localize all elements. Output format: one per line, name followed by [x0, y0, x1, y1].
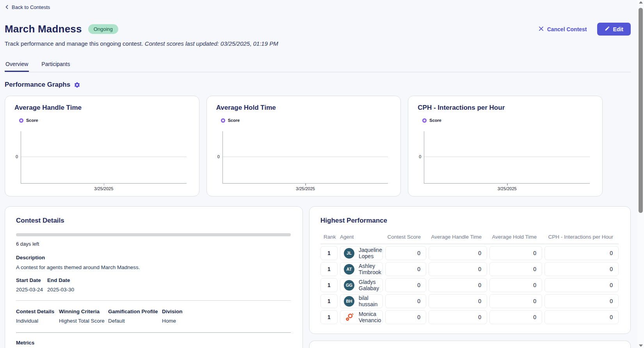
average-handle-time-cell: 0 — [429, 294, 487, 308]
cph-cell: 0 — [544, 246, 619, 260]
performance-graphs-title: Performance Graphs — [5, 81, 70, 89]
average-hold-time-cell: 0 — [489, 310, 542, 324]
legend-circle-icon — [422, 118, 427, 123]
next-section-card-partial — [309, 341, 631, 348]
agent-name: bilal hussain — [359, 295, 382, 307]
right-column: Highest Performance Rank Agent Contest S… — [309, 206, 631, 348]
chart-plot-area: 0 3/25/2025 — [424, 131, 590, 184]
edit-label: Edit — [613, 26, 623, 32]
field-value-winning-criteria: Highest Total Score — [59, 318, 108, 324]
average-handle-time-cell: 0 — [429, 262, 487, 276]
divider — [16, 332, 291, 333]
chart-plot-area: 0 3/25/2025 — [21, 131, 187, 184]
rank-cell: 1 — [320, 310, 338, 324]
column-header-average-handle-time: Average Handle Time — [429, 234, 487, 240]
agent-cell: JL Jaqueline Lopes — [340, 246, 383, 260]
divider — [16, 300, 291, 301]
days-left-text: 6 days left — [16, 241, 291, 247]
chart-legend-item[interactable]: Score — [221, 118, 240, 123]
cph-cell: 0 — [544, 262, 619, 276]
table-header-row: Rank Agent Contest Score Average Handle … — [320, 234, 619, 244]
divider — [320, 244, 619, 244]
chevron-left-icon — [5, 5, 9, 9]
scrollbar-thumb[interactable] — [639, 8, 643, 213]
end-date-label: End Date — [47, 277, 291, 283]
back-link-label: Back to Contests — [12, 4, 50, 10]
performance-graphs-header: Performance Graphs — [5, 81, 631, 89]
end-date-value: 2025-03-30 — [47, 287, 291, 293]
average-hold-time-cell: 0 — [489, 246, 542, 260]
chart-title: Average Hold Time — [216, 104, 391, 112]
tab-overview[interactable]: Overview — [5, 59, 29, 72]
highest-performance-table: Rank Agent Contest Score Average Handle … — [320, 234, 619, 324]
field-value-contest-details: Individual — [16, 318, 59, 324]
pencil-icon — [605, 26, 610, 32]
zero-gridline — [223, 157, 388, 157]
edit-button[interactable]: Edit — [597, 23, 631, 36]
scrollbar-up-arrow[interactable] — [639, 1, 643, 4]
cph-cell: 0 — [544, 310, 619, 324]
start-date-label: Start Date — [16, 277, 47, 283]
agent-cell: GG Gladys Galabay — [340, 278, 383, 292]
chart-plot-area: 0 3/25/2025 — [222, 131, 388, 184]
agent-name: Gladys Galabay — [359, 279, 382, 291]
x-axis-tick-label: 3/25/2025 — [94, 186, 113, 191]
contest-score-cell: 0 — [385, 246, 426, 260]
average-hold-time-cell: 0 — [489, 294, 542, 308]
average-hold-time-cell: 0 — [489, 278, 542, 292]
rank-cell: 1 — [320, 278, 338, 292]
rank-cell: 1 — [320, 262, 338, 276]
avatar: BH — [344, 296, 354, 307]
field-label-contest-details: Contest Details — [16, 309, 59, 314]
highest-performance-card: Highest Performance Rank Agent Contest S… — [309, 206, 631, 334]
contest-score-cell: 0 — [385, 294, 426, 308]
table-row: 1 GG Gladys Galabay 0 0 0 0 — [320, 278, 619, 292]
legend-label: Score — [228, 118, 240, 123]
zero-gridline — [424, 157, 590, 157]
tab-bar: Overview Participants — [5, 59, 631, 72]
agent-name: Jaqueline Lopes — [359, 247, 382, 259]
vertical-scrollbar[interactable] — [637, 0, 644, 348]
y-axis-tick-label: 0 — [419, 154, 421, 159]
x-axis-tick-label: 3/25/2025 — [296, 186, 315, 191]
rank-cell: 1 — [320, 294, 338, 308]
table-row: 1 BH bilal hussain 0 0 0 0 — [320, 294, 619, 308]
metrics-label: Metrics — [16, 340, 291, 346]
y-axis-tick-label: 0 — [16, 154, 18, 159]
agent-name: Ashley Timbrook — [359, 263, 382, 275]
charts-row: Average Handle Time Score 0 3/25/2025 Av… — [5, 96, 603, 196]
x-axis-tick-mark — [507, 184, 508, 186]
cancel-contest-button[interactable]: Cancel Contest — [538, 26, 587, 33]
scrollbar-down-arrow[interactable] — [639, 344, 643, 347]
gear-icon[interactable] — [74, 82, 80, 88]
contest-details-card: Contest Details 6 days left Description … — [5, 206, 303, 348]
rank-cell: 1 — [320, 246, 338, 260]
subtitle-text: Track performance and manage this ongoin… — [5, 40, 143, 47]
column-header-rank: Rank — [320, 234, 338, 240]
contest-score-cell: 0 — [385, 278, 426, 292]
start-date-value: 2025-03-24 — [16, 287, 47, 293]
chart-legend-item[interactable]: Score — [19, 118, 38, 123]
x-axis-tick-mark — [104, 184, 105, 186]
legend-circle-icon — [19, 118, 23, 123]
description-label: Description — [16, 255, 291, 261]
tab-participants[interactable]: Participants — [41, 59, 71, 72]
description-text: A contest for agents themed around March… — [16, 264, 291, 270]
cancel-contest-label: Cancel Contest — [547, 26, 587, 32]
back-to-contests-link[interactable]: Back to Contests — [5, 4, 50, 10]
column-header-agent: Agent — [340, 234, 383, 240]
agent-cell: Monica Venancio — [340, 310, 383, 324]
average-handle-time-cell: 0 — [429, 278, 487, 292]
average-hold-time-cell: 0 — [489, 262, 542, 276]
agent-cell: AT Ashley Timbrook — [340, 262, 383, 276]
x-axis-tick-mark — [305, 184, 306, 186]
chart-title: Average Handle Time — [14, 104, 190, 112]
cph-cell: 0 — [544, 294, 619, 308]
table-row: 1 AT Ashley Timbrook 0 0 0 0 — [320, 262, 619, 276]
highest-performance-title: Highest Performance — [320, 217, 619, 225]
legend-circle-icon — [221, 118, 225, 123]
chart-legend-item[interactable]: Score — [422, 118, 441, 123]
page: Back to Contests March Madness Ongoing C… — [0, 0, 637, 348]
contest-score-cell: 0 — [385, 262, 426, 276]
y-axis-tick-label: 0 — [217, 154, 220, 159]
